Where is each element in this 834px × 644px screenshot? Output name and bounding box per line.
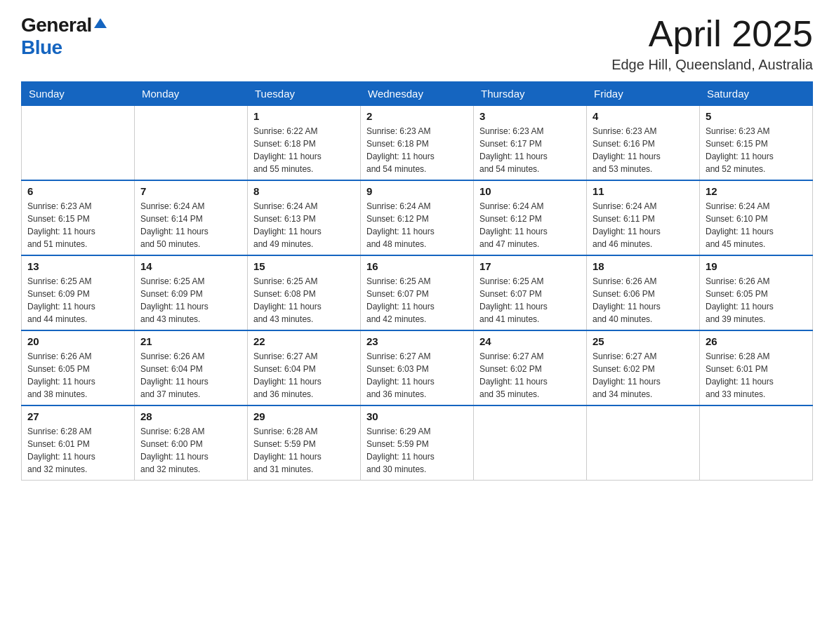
calendar-cell: 24Sunrise: 6:27 AMSunset: 6:02 PMDayligh… bbox=[474, 330, 587, 405]
day-info: Sunrise: 6:25 AMSunset: 6:07 PMDaylight:… bbox=[366, 275, 468, 326]
day-number: 3 bbox=[479, 110, 581, 122]
calendar-cell: 4Sunrise: 6:23 AMSunset: 6:16 PMDaylight… bbox=[587, 106, 700, 181]
calendar-cell: 8Sunrise: 6:24 AMSunset: 6:13 PMDaylight… bbox=[248, 180, 361, 255]
calendar-week-row: 1Sunrise: 6:22 AMSunset: 6:18 PMDaylight… bbox=[22, 106, 813, 181]
day-number: 13 bbox=[27, 260, 128, 272]
calendar-header-saturday: Saturday bbox=[700, 82, 813, 106]
day-info: Sunrise: 6:25 AMSunset: 6:09 PMDaylight:… bbox=[140, 275, 241, 326]
day-number: 29 bbox=[253, 410, 355, 422]
calendar-header-sunday: Sunday bbox=[22, 82, 135, 106]
calendar-cell: 30Sunrise: 6:29 AMSunset: 5:59 PMDayligh… bbox=[361, 405, 474, 481]
calendar-cell: 9Sunrise: 6:24 AMSunset: 6:12 PMDaylight… bbox=[361, 180, 474, 255]
calendar-cell: 25Sunrise: 6:27 AMSunset: 6:02 PMDayligh… bbox=[587, 330, 700, 405]
day-info: Sunrise: 6:28 AMSunset: 6:00 PMDaylight:… bbox=[140, 425, 241, 476]
day-number: 28 bbox=[140, 410, 241, 422]
logo: General Blue bbox=[21, 14, 107, 59]
day-info: Sunrise: 6:26 AMSunset: 6:04 PMDaylight:… bbox=[140, 350, 241, 401]
day-info: Sunrise: 6:27 AMSunset: 6:04 PMDaylight:… bbox=[253, 350, 355, 401]
calendar-header-thursday: Thursday bbox=[474, 82, 587, 106]
day-info: Sunrise: 6:25 AMSunset: 6:08 PMDaylight:… bbox=[253, 275, 355, 326]
calendar-header-wednesday: Wednesday bbox=[361, 82, 474, 106]
day-info: Sunrise: 6:29 AMSunset: 5:59 PMDaylight:… bbox=[366, 425, 468, 476]
day-number: 16 bbox=[366, 260, 468, 272]
calendar-header-row: SundayMondayTuesdayWednesdayThursdayFrid… bbox=[22, 82, 813, 106]
day-number: 25 bbox=[593, 335, 694, 347]
day-number: 5 bbox=[706, 110, 807, 122]
calendar-cell bbox=[700, 405, 813, 481]
calendar-cell: 29Sunrise: 6:28 AMSunset: 5:59 PMDayligh… bbox=[248, 405, 361, 481]
day-info: Sunrise: 6:24 AMSunset: 6:10 PMDaylight:… bbox=[706, 200, 807, 250]
day-info: Sunrise: 6:23 AMSunset: 6:15 PMDaylight:… bbox=[27, 200, 128, 250]
day-info: Sunrise: 6:27 AMSunset: 6:02 PMDaylight:… bbox=[593, 350, 694, 401]
day-info: Sunrise: 6:23 AMSunset: 6:18 PMDaylight:… bbox=[366, 125, 468, 175]
calendar-cell: 5Sunrise: 6:23 AMSunset: 6:15 PMDaylight… bbox=[700, 106, 813, 181]
calendar-cell: 22Sunrise: 6:27 AMSunset: 6:04 PMDayligh… bbox=[248, 330, 361, 405]
logo-blue-text: Blue bbox=[21, 36, 62, 59]
day-info: Sunrise: 6:26 AMSunset: 6:05 PMDaylight:… bbox=[706, 275, 807, 326]
day-number: 7 bbox=[140, 185, 241, 197]
day-number: 2 bbox=[366, 110, 468, 122]
day-info: Sunrise: 6:23 AMSunset: 6:15 PMDaylight:… bbox=[706, 125, 807, 175]
calendar-cell: 18Sunrise: 6:26 AMSunset: 6:06 PMDayligh… bbox=[587, 255, 700, 330]
calendar-header-friday: Friday bbox=[587, 82, 700, 106]
day-info: Sunrise: 6:22 AMSunset: 6:18 PMDaylight:… bbox=[253, 125, 355, 175]
day-number: 8 bbox=[253, 185, 355, 197]
location-text: Edge Hill, Queensland, Australia bbox=[611, 57, 813, 73]
calendar-cell: 6Sunrise: 6:23 AMSunset: 6:15 PMDaylight… bbox=[22, 180, 135, 255]
day-number: 12 bbox=[706, 185, 807, 197]
day-number: 26 bbox=[706, 335, 807, 347]
calendar-cell: 13Sunrise: 6:25 AMSunset: 6:09 PMDayligh… bbox=[22, 255, 135, 330]
calendar-cell: 2Sunrise: 6:23 AMSunset: 6:18 PMDaylight… bbox=[361, 106, 474, 181]
calendar-cell bbox=[135, 106, 248, 181]
day-info: Sunrise: 6:25 AMSunset: 6:07 PMDaylight:… bbox=[479, 275, 581, 326]
day-info: Sunrise: 6:23 AMSunset: 6:17 PMDaylight:… bbox=[479, 125, 581, 175]
day-number: 19 bbox=[706, 260, 807, 272]
calendar-cell: 14Sunrise: 6:25 AMSunset: 6:09 PMDayligh… bbox=[135, 255, 248, 330]
calendar-cell: 10Sunrise: 6:24 AMSunset: 6:12 PMDayligh… bbox=[474, 180, 587, 255]
calendar-cell bbox=[22, 106, 135, 181]
calendar-cell: 7Sunrise: 6:24 AMSunset: 6:14 PMDaylight… bbox=[135, 180, 248, 255]
day-info: Sunrise: 6:26 AMSunset: 6:05 PMDaylight:… bbox=[27, 350, 128, 401]
calendar-table: SundayMondayTuesdayWednesdayThursdayFrid… bbox=[21, 81, 813, 481]
day-number: 17 bbox=[479, 260, 581, 272]
day-number: 22 bbox=[253, 335, 355, 347]
day-info: Sunrise: 6:28 AMSunset: 6:01 PMDaylight:… bbox=[706, 350, 807, 401]
day-number: 24 bbox=[479, 335, 581, 347]
day-number: 11 bbox=[593, 185, 694, 197]
calendar-cell: 11Sunrise: 6:24 AMSunset: 6:11 PMDayligh… bbox=[587, 180, 700, 255]
day-number: 21 bbox=[140, 335, 241, 347]
calendar-week-row: 20Sunrise: 6:26 AMSunset: 6:05 PMDayligh… bbox=[22, 330, 813, 405]
day-number: 27 bbox=[27, 410, 128, 422]
day-info: Sunrise: 6:24 AMSunset: 6:13 PMDaylight:… bbox=[253, 200, 355, 250]
calendar-cell: 23Sunrise: 6:27 AMSunset: 6:03 PMDayligh… bbox=[361, 330, 474, 405]
day-number: 20 bbox=[27, 335, 128, 347]
month-title: April 2025 bbox=[611, 14, 813, 54]
calendar-header-monday: Monday bbox=[135, 82, 248, 106]
day-info: Sunrise: 6:27 AMSunset: 6:02 PMDaylight:… bbox=[479, 350, 581, 401]
day-number: 9 bbox=[366, 185, 468, 197]
day-number: 1 bbox=[253, 110, 355, 122]
calendar-cell: 28Sunrise: 6:28 AMSunset: 6:00 PMDayligh… bbox=[135, 405, 248, 481]
calendar-week-row: 13Sunrise: 6:25 AMSunset: 6:09 PMDayligh… bbox=[22, 255, 813, 330]
day-info: Sunrise: 6:28 AMSunset: 5:59 PMDaylight:… bbox=[253, 425, 355, 476]
calendar-cell: 12Sunrise: 6:24 AMSunset: 6:10 PMDayligh… bbox=[700, 180, 813, 255]
day-number: 15 bbox=[253, 260, 355, 272]
day-info: Sunrise: 6:24 AMSunset: 6:14 PMDaylight:… bbox=[140, 200, 241, 250]
calendar-cell: 16Sunrise: 6:25 AMSunset: 6:07 PMDayligh… bbox=[361, 255, 474, 330]
day-info: Sunrise: 6:24 AMSunset: 6:12 PMDaylight:… bbox=[479, 200, 581, 250]
calendar-cell: 15Sunrise: 6:25 AMSunset: 6:08 PMDayligh… bbox=[248, 255, 361, 330]
calendar-cell: 3Sunrise: 6:23 AMSunset: 6:17 PMDaylight… bbox=[474, 106, 587, 181]
day-number: 10 bbox=[479, 185, 581, 197]
day-number: 14 bbox=[140, 260, 241, 272]
day-number: 6 bbox=[27, 185, 128, 197]
calendar-week-row: 27Sunrise: 6:28 AMSunset: 6:01 PMDayligh… bbox=[22, 405, 813, 481]
calendar-cell: 27Sunrise: 6:28 AMSunset: 6:01 PMDayligh… bbox=[22, 405, 135, 481]
calendar-cell: 19Sunrise: 6:26 AMSunset: 6:05 PMDayligh… bbox=[700, 255, 813, 330]
calendar-cell: 20Sunrise: 6:26 AMSunset: 6:05 PMDayligh… bbox=[22, 330, 135, 405]
day-info: Sunrise: 6:25 AMSunset: 6:09 PMDaylight:… bbox=[27, 275, 128, 326]
calendar-week-row: 6Sunrise: 6:23 AMSunset: 6:15 PMDaylight… bbox=[22, 180, 813, 255]
logo-general-text: General bbox=[21, 14, 92, 36]
page-header: General Blue April 2025 Edge Hill, Queen… bbox=[21, 14, 813, 73]
day-info: Sunrise: 6:27 AMSunset: 6:03 PMDaylight:… bbox=[366, 350, 468, 401]
calendar-cell: 17Sunrise: 6:25 AMSunset: 6:07 PMDayligh… bbox=[474, 255, 587, 330]
